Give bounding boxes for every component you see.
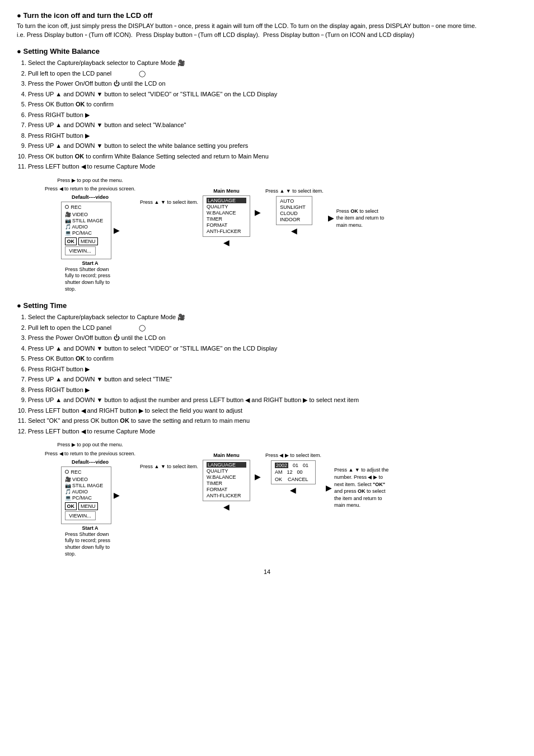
time-arrow1: ▶: [114, 491, 120, 500]
time-ok-note: Press ▲ ▼ to adjust the number. Press ◀ …: [334, 466, 390, 509]
time-arrow-left1: ◀: [223, 502, 229, 511]
wb-step-9: Press UP ▲ and DOWN ▼ button to select t…: [28, 141, 517, 151]
time-hour: 12: [287, 469, 292, 475]
time-step-3: Press the Power On/Off button ⏻ until th…: [28, 333, 517, 343]
time-start-label: Start A: [82, 525, 98, 531]
wb-cam-label: Default----video: [72, 194, 109, 200]
time-start-sub: Press Shutter down fully to record; pres…: [65, 531, 115, 558]
page-number: 14: [17, 568, 517, 575]
time-arrow2: ▶: [255, 472, 261, 481]
wb-format: FORMAT: [207, 222, 246, 228]
wb-timer: TIMER: [207, 216, 246, 222]
wb-arrow-left2: ◀: [291, 226, 297, 235]
section-time-title: Setting Time: [17, 301, 517, 310]
wb-step-1: Select the Capture/playback selector to …: [28, 58, 517, 68]
time-arrow3: ▶: [326, 483, 332, 492]
wb-arrow3: ▶: [328, 213, 334, 222]
time-cancel-label: CANCEL: [288, 477, 308, 482]
time-diag-note2: Press ◀ to return to the previous screen…: [45, 450, 135, 458]
section-wb-title: Setting White Balance: [17, 47, 517, 55]
lcd-para1: To turn the icon off, just simply press …: [17, 22, 517, 29]
time-year: 2002: [275, 463, 288, 468]
wb-diag-note1: Press ▶ to pop out the menu.: [57, 177, 123, 184]
wb-step-10: Press OK button OK to confirm White Bala…: [28, 152, 517, 161]
wb-menu-btn: MENU: [78, 237, 98, 245]
wb-step-8: Press RIGHT button ▶: [28, 131, 517, 141]
wb-step-2: Pull left to open the LCD panel ◯: [28, 69, 517, 78]
time-step-8: Press RIGHT button ▶: [28, 385, 517, 395]
time-ok-btn: OK: [65, 502, 77, 510]
time-min: 00: [297, 469, 302, 475]
wb-arrow-left1: ◀: [223, 238, 229, 247]
wb-step-3: Press the Power On/Off button ⏻ until th…: [28, 79, 517, 88]
time-menu-btn: MENU: [78, 502, 98, 510]
time-step-4: Press UP ▲ and DOWN ▼ button to select "…: [28, 344, 517, 353]
wb-steps-list: Select the Capture/playback selector to …: [17, 58, 517, 171]
time-cam-box: REC 🎥 VIDEO 📷 STILL IMAGE 🎵 AUDIO 💻 PC/M…: [61, 466, 111, 524]
wb-lang: LANGUAGE: [207, 198, 246, 203]
wb-menu-title: Main Menu: [213, 188, 240, 194]
time-step-2: Pull left to open the LCD panel ◯: [28, 323, 517, 333]
time-menu-list: LANGUAGE QUALITY W.BALANCE TIMER FORMAT …: [203, 460, 250, 501]
wb-step-5: Press OK Button OK to confirm: [28, 100, 517, 109]
time-timer: TIMER: [207, 480, 246, 486]
wb-antiflicker: ANTI-FLICKER: [207, 228, 246, 234]
wb-cam-box: REC 🎥 VIDEO 📷 STILL IMAGE 🎵 AUDIO 💻 PC/M…: [61, 202, 111, 259]
wb-step-11: Press LEFT button ◀ to resume Capture Mo…: [28, 162, 517, 171]
lcd-para2: i.e. Press Display button ▫ (Turn off IC…: [17, 31, 517, 38]
time-day: 01: [303, 463, 308, 468]
time-menu-title: Main Menu: [213, 452, 240, 458]
time-antiflicker: ANTI-FLICKER: [207, 493, 246, 498]
section-lcd-off: Turn the icon off and turn the LCD off T…: [17, 11, 517, 38]
wb-menu-list: LANGUAGE QUALITY W.BALANCE TIMER FORMAT …: [203, 195, 250, 237]
time-arrow-left2: ◀: [290, 486, 296, 494]
time-step-12: Press LEFT button ◀ to resume Capture Mo…: [28, 427, 517, 436]
wb-start-sub: Press Shutter down fully to record; pres…: [65, 267, 115, 293]
time-step-9: Press UP ▲ and DOWN ▼ button to adjust t…: [28, 395, 517, 405]
section-time: Setting Time Select the Capture/playback…: [17, 301, 517, 557]
wb-options-list: AUTO SUNLIGHT CLOUD INDOOR: [276, 196, 312, 225]
wb-diag-note2: Press ◀ to return to the previous screen…: [45, 185, 135, 193]
section-white-balance: Setting White Balance Select the Capture…: [17, 47, 517, 292]
wb-step-7: Press UP ▲ and DOWN ▼ button and select …: [28, 120, 517, 130]
wb-cloud: CLOUD: [280, 211, 308, 216]
wb-wbalance: W.BALANCE: [207, 210, 246, 216]
wb-select-note2: Press ▲ ▼ to select item.: [265, 188, 324, 194]
wb-start-label: Start A: [82, 260, 98, 266]
time-step-6: Press RIGHT button ▶: [28, 365, 517, 374]
time-quality: QUALITY: [207, 468, 246, 474]
wb-arrow1: ▶: [114, 226, 120, 235]
time-select-note1: Press ▲ ▼ to select item.: [140, 464, 198, 469]
wb-select-note1: Press ▲ ▼ to select item.: [140, 199, 198, 205]
wb-ok-btn: OK: [65, 237, 77, 245]
wb-indoor: INDOOR: [280, 217, 308, 222]
time-select-note2: Press ◀ ▶ to select item.: [265, 452, 321, 458]
time-view: VIEWIN...: [65, 511, 96, 520]
time-steps-list: Select the Capture/playback selector to …: [17, 312, 517, 436]
time-wbalance: W.BALANCE: [207, 474, 246, 480]
time-format: FORMAT: [207, 487, 246, 492]
time-step-10: Press LEFT button ◀ and RIGHT button ▶ t…: [28, 406, 517, 416]
time-step-11: Select "OK" and press OK button OK to sa…: [28, 416, 517, 426]
section-lcd-off-title: Turn the icon off and turn the LCD off: [17, 11, 517, 20]
wb-sunlight: SUNLIGHT: [280, 204, 308, 210]
wb-step-4: Press UP ▲ and DOWN ▼ button to select "…: [28, 90, 517, 99]
wb-arrow2: ▶: [255, 208, 261, 217]
time-step-1: Select the Capture/playback selector to …: [28, 312, 517, 322]
time-ok-label: OK: [275, 477, 282, 482]
time-step-5: Press OK Button OK to confirm: [28, 354, 517, 363]
wb-ok-note: Press OK to select the item and return t…: [336, 208, 387, 229]
wb-step-6: Press RIGHT button ▶: [28, 110, 517, 120]
time-ampm: AM: [275, 469, 283, 475]
time-month: 01: [293, 463, 298, 468]
wb-auto: AUTO: [280, 198, 308, 204]
wb-quality: QUALITY: [207, 204, 246, 209]
time-lang: LANGUAGE: [207, 462, 246, 468]
time-step-7: Press UP ▲ and DOWN ▼ button and select …: [28, 375, 517, 384]
time-cam-label: Default----video: [72, 459, 109, 465]
time-settings-box: 2002 01 01 AM 12 00 OK CANCEL: [271, 460, 316, 484]
wb-view: VIEWIN...: [65, 246, 96, 255]
time-diag-note1: Press ▶ to pop out the menu.: [57, 441, 123, 449]
